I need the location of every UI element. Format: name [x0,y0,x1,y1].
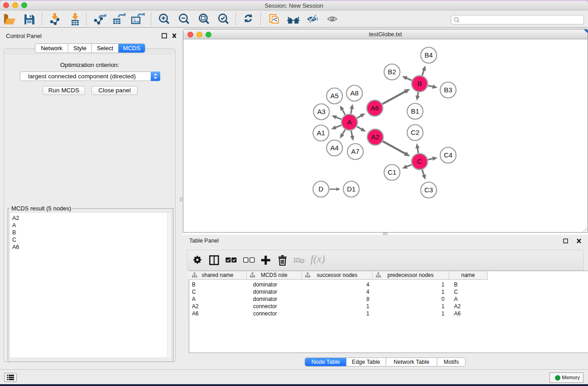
svg-text:A1: A1 [317,129,325,137]
svg-text:B3: B3 [444,86,452,94]
svg-text:A8: A8 [350,89,359,97]
svg-text:A6: A6 [371,104,379,112]
svg-text:D1: D1 [347,185,355,193]
svg-text:B1: B1 [411,107,419,115]
svg-text:C3: C3 [424,186,433,194]
svg-text:A7: A7 [351,148,359,155]
svg-text:A4: A4 [330,144,339,152]
svg-text:C4: C4 [444,151,452,159]
svg-text:B2: B2 [388,68,396,76]
svg-text:D: D [319,185,324,193]
svg-text:B: B [417,80,422,87]
svg-text:C: C [417,157,422,165]
svg-text:A3: A3 [317,108,325,115]
svg-text:A2: A2 [371,133,379,141]
svg-text:C2: C2 [411,129,419,136]
svg-text:A: A [347,118,352,126]
svg-text:C1: C1 [387,168,396,176]
svg-text:B4: B4 [425,51,433,59]
svg-text:A5: A5 [330,92,339,100]
